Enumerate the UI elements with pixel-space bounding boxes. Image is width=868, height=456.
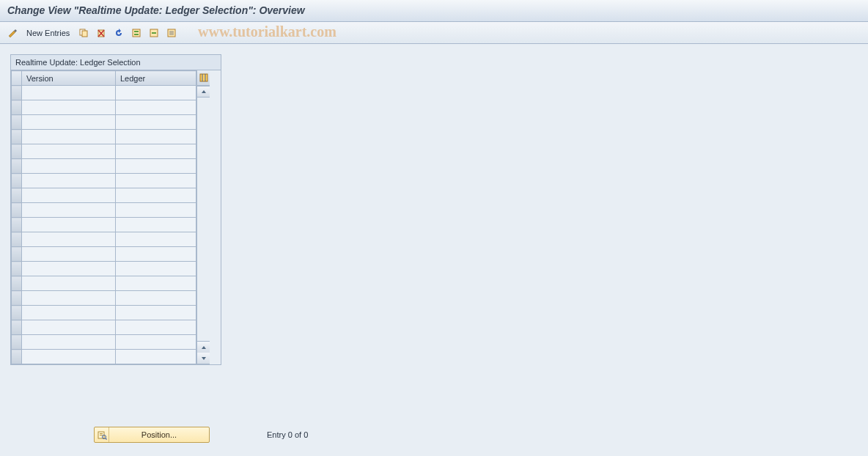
row-selector[interactable] [12, 350, 22, 364]
cell-version[interactable] [22, 115, 116, 130]
cell-version[interactable] [22, 144, 116, 159]
cell-ledger[interactable] [116, 203, 196, 218]
row-selector[interactable] [12, 188, 22, 203]
row-selector[interactable] [12, 306, 22, 320]
row-selector[interactable] [12, 247, 22, 262]
table-row[interactable] [12, 130, 196, 144]
cell-version[interactable] [22, 203, 116, 218]
row-selector[interactable] [12, 218, 22, 232]
row-selector[interactable] [12, 262, 22, 276]
cell-ledger[interactable] [116, 100, 196, 115]
row-selector[interactable] [12, 100, 22, 115]
cell-ledger[interactable] [116, 86, 196, 100]
svg-rect-1 [82, 31, 87, 37]
cell-version[interactable] [22, 159, 116, 174]
table-settings-icon[interactable] [197, 70, 210, 86]
position-label: Position... [109, 430, 209, 439]
cell-version[interactable] [22, 262, 116, 276]
table-row[interactable] [12, 115, 196, 130]
vertical-scrollbar[interactable] [196, 70, 210, 364]
cell-ledger[interactable] [116, 335, 196, 350]
data-grid[interactable]: Version Ledger [11, 70, 196, 364]
column-header-version[interactable]: Version [22, 71, 116, 86]
table-row[interactable] [12, 203, 196, 218]
row-selector-header[interactable] [12, 71, 22, 86]
row-selector[interactable] [12, 159, 22, 174]
position-button[interactable]: Position... [94, 427, 210, 443]
cell-ledger[interactable] [116, 130, 196, 144]
row-selector[interactable] [12, 115, 22, 130]
cell-version[interactable] [22, 306, 116, 320]
toggle-display-icon[interactable] [6, 26, 19, 40]
cell-version[interactable] [22, 335, 116, 350]
cell-ledger[interactable] [116, 188, 196, 203]
status-row: Position... Entry 0 of 0 [0, 427, 868, 443]
deselect-all-icon[interactable] [165, 26, 178, 40]
copy-icon[interactable] [77, 26, 90, 40]
cell-ledger[interactable] [116, 276, 196, 291]
cell-version[interactable] [22, 350, 116, 364]
cell-ledger[interactable] [116, 174, 196, 188]
cell-version[interactable] [22, 86, 116, 100]
table-row[interactable] [12, 262, 196, 276]
table-row[interactable] [12, 144, 196, 159]
cell-version[interactable] [22, 188, 116, 203]
table-row[interactable] [12, 335, 196, 350]
cell-ledger[interactable] [116, 247, 196, 262]
cell-ledger[interactable] [116, 350, 196, 364]
cell-version[interactable] [22, 130, 116, 144]
table-row[interactable] [12, 276, 196, 291]
cell-version[interactable] [22, 174, 116, 188]
row-selector[interactable] [12, 335, 22, 350]
cell-ledger[interactable] [116, 291, 196, 306]
scroll-up2-icon[interactable] [197, 341, 210, 353]
cell-version[interactable] [22, 276, 116, 291]
row-selector[interactable] [12, 291, 22, 306]
table-row[interactable] [12, 100, 196, 115]
table-row[interactable] [12, 350, 196, 364]
table-row[interactable] [12, 188, 196, 203]
table-row[interactable] [12, 174, 196, 188]
select-block-icon[interactable] [147, 26, 161, 40]
content-area: Realtime Update: Ledger Selection Versio… [0, 44, 868, 375]
cell-version[interactable] [22, 232, 116, 247]
table-row[interactable] [12, 159, 196, 174]
cell-ledger[interactable] [116, 320, 196, 335]
table-row[interactable] [12, 232, 196, 247]
row-selector[interactable] [12, 174, 22, 188]
table-row[interactable] [12, 218, 196, 232]
cell-version[interactable] [22, 100, 116, 115]
table-row[interactable] [12, 320, 196, 335]
cell-version[interactable] [22, 320, 116, 335]
row-selector[interactable] [12, 276, 22, 291]
row-selector[interactable] [12, 144, 22, 159]
svg-rect-14 [200, 74, 207, 81]
scroll-down-icon[interactable] [197, 353, 210, 364]
row-selector[interactable] [12, 203, 22, 218]
cell-version[interactable] [22, 247, 116, 262]
row-selector[interactable] [12, 232, 22, 247]
cell-ledger[interactable] [116, 306, 196, 320]
delete-icon[interactable] [95, 26, 108, 40]
table-row[interactable] [12, 247, 196, 262]
cell-ledger[interactable] [116, 144, 196, 159]
table-row[interactable] [12, 306, 196, 320]
undo-icon[interactable] [112, 26, 125, 40]
cell-ledger[interactable] [116, 232, 196, 247]
row-selector[interactable] [12, 86, 22, 100]
cell-ledger[interactable] [116, 218, 196, 232]
cell-version[interactable] [22, 218, 116, 232]
scroll-up-icon[interactable] [197, 86, 210, 98]
column-header-ledger[interactable]: Ledger [116, 71, 196, 86]
new-entries-button[interactable]: New Entries [23, 27, 73, 39]
table-row[interactable] [12, 86, 196, 100]
table-row[interactable] [12, 291, 196, 306]
row-selector[interactable] [12, 130, 22, 144]
cell-ledger[interactable] [116, 115, 196, 130]
cell-version[interactable] [22, 291, 116, 306]
row-selector[interactable] [12, 320, 22, 335]
cell-ledger[interactable] [116, 159, 196, 174]
cell-ledger[interactable] [116, 262, 196, 276]
select-all-icon[interactable] [130, 26, 143, 40]
scroll-track[interactable] [197, 98, 210, 341]
